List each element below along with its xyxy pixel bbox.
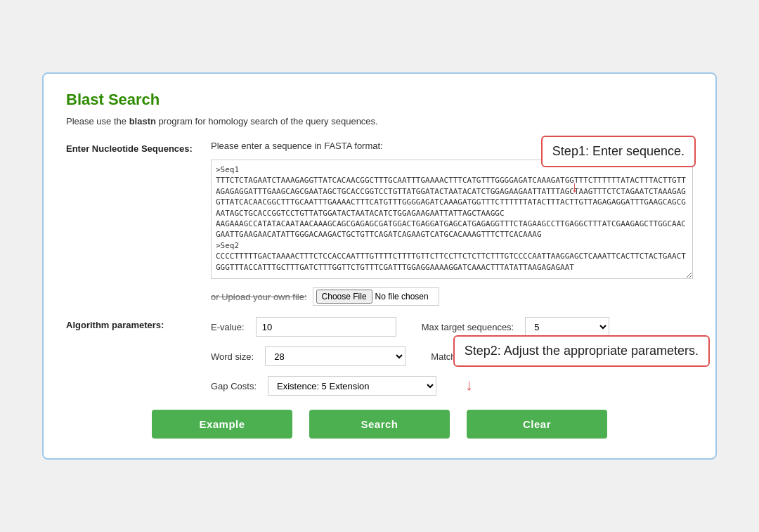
subtitle-bold: blastn bbox=[129, 116, 156, 126]
evalue-input[interactable] bbox=[256, 317, 396, 337]
sequence-textarea[interactable]: >Seq1 TTTCTCTAGAATCTAAAGAGGTTATCACAACGGC… bbox=[211, 160, 693, 279]
step1-callout-text: Step1: Enter sequence. bbox=[552, 144, 685, 158]
main-container: Step1: Enter sequence. ↓ Step2: Adjust t… bbox=[42, 72, 717, 460]
param-row-1: E-value: Max target sequences: 5 10 20 5… bbox=[211, 317, 693, 337]
algorithm-label: Algorithm parameters: bbox=[66, 317, 200, 330]
max-target-label: Max target sequences: bbox=[422, 322, 514, 332]
gap-costs-select[interactable]: Existence: 5 Extension Existence: 2 Exte… bbox=[268, 376, 436, 396]
upload-label: or Upload your own file: bbox=[211, 292, 307, 302]
step1-callout: Step1: Enter sequence. bbox=[541, 136, 696, 167]
word-size-label: Word size: bbox=[211, 351, 254, 362]
page-title: Blast Search bbox=[66, 91, 693, 109]
gap-costs-label: Gap Costs: bbox=[211, 381, 257, 391]
step1-arrow: ↓ bbox=[571, 178, 578, 196]
word-size-select[interactable]: 28 11 16 20 24 bbox=[265, 346, 406, 366]
subtitle-prefix: Please use the bbox=[66, 116, 129, 126]
subtitle-suffix: program for homology search of the query… bbox=[156, 116, 378, 126]
max-target-select[interactable]: 5 10 20 50 100 bbox=[525, 317, 609, 337]
upload-row: or Upload your own file: bbox=[211, 287, 693, 306]
param-row-3: Gap Costs: Existence: 5 Extension Existe… bbox=[211, 376, 693, 396]
search-button[interactable]: Search bbox=[309, 410, 450, 439]
button-row: Example Search Clear bbox=[66, 410, 693, 439]
clear-button[interactable]: Clear bbox=[467, 410, 607, 439]
subtitle: Please use the blastn program for homolo… bbox=[66, 116, 693, 126]
step2-callout: Step2: Adjust the appropriate parameters… bbox=[453, 335, 710, 367]
nucleotide-label: Enter Nucleotide Sequences: bbox=[66, 141, 200, 154]
step2-callout-text: Step2: Adjust the appropriate parameters… bbox=[465, 344, 699, 358]
evalue-label: E-value: bbox=[211, 322, 245, 332]
step2-arrow: ↓ bbox=[465, 376, 473, 394]
file-upload-input[interactable] bbox=[313, 287, 439, 306]
example-button[interactable]: Example bbox=[152, 410, 292, 439]
